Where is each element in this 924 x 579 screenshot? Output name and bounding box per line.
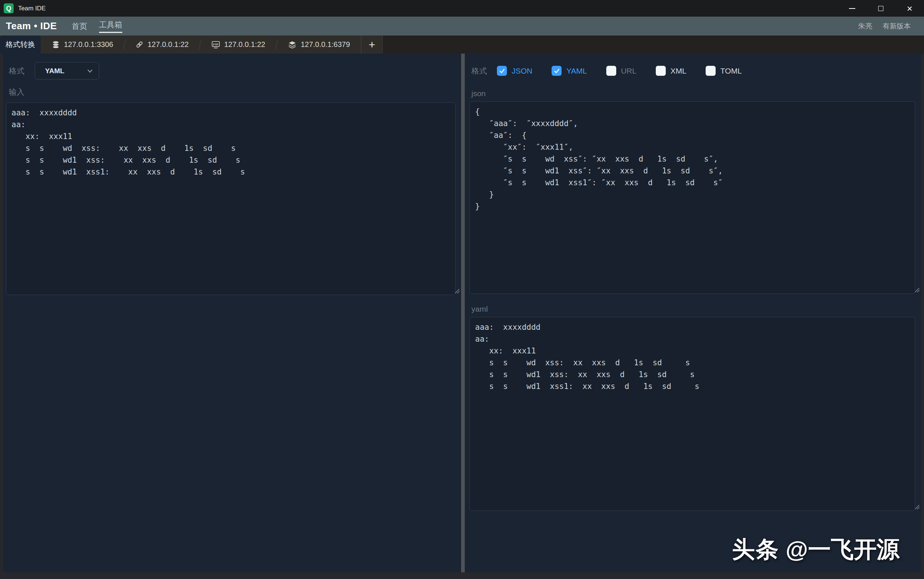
- input-label: 输入: [9, 87, 461, 97]
- ftp-monitor-icon: FTP: [211, 40, 220, 49]
- yaml-output-label: yaml: [471, 305, 921, 314]
- menu-item-toolbox[interactable]: 工具箱: [99, 16, 122, 36]
- tab-format-convert[interactable]: 格式转换: [0, 36, 41, 54]
- resize-grip[interactable]: [454, 288, 460, 294]
- close-icon: ×: [907, 4, 912, 13]
- checkbox-item-toml[interactable]: TOML: [706, 66, 742, 76]
- source-format-value: YAML: [45, 67, 64, 75]
- checkbox-unchecked-icon: [706, 66, 715, 76]
- watermark-brand: 头条: [732, 536, 779, 562]
- input-textarea[interactable]: aaa: xxxxdddd aa: xx: xxx11 s s wd xss: …: [6, 102, 456, 295]
- tab-ftp-connection[interactable]: FTP 127.0.0.1:22: [200, 36, 276, 54]
- add-tab-button[interactable]: +: [361, 36, 382, 54]
- tab-ssh-connection[interactable]: 127.0.0.1:22: [124, 36, 199, 54]
- resize-grip[interactable]: [914, 287, 920, 293]
- watermark-handle: @一飞开源: [779, 536, 900, 562]
- json-output-textarea[interactable]: { ″aaa″: ″xxxxdddd″, ″aa″: { ″xx″: ″xxx1…: [469, 101, 915, 294]
- pane-splitter[interactable]: [461, 54, 465, 572]
- format-options-row: JSON YAML URL: [497, 66, 742, 76]
- link-icon: [135, 41, 143, 48]
- resize-grip[interactable]: [914, 504, 920, 510]
- navbar: Team • IDE 首页 工具箱 朱亮 有新版本: [0, 16, 924, 36]
- new-version-link[interactable]: 有新版本: [883, 21, 911, 31]
- checkbox-item-json[interactable]: JSON: [497, 66, 532, 76]
- navbar-right: 朱亮 有新版本: [858, 21, 911, 31]
- checkbox-item-url[interactable]: URL: [606, 66, 637, 76]
- brand-title: Team • IDE: [6, 20, 57, 32]
- maximize-icon: [878, 6, 883, 11]
- chevron-down-icon: [87, 69, 93, 73]
- window-title: Team IDE: [18, 5, 46, 12]
- main-content: 格式 YAML 输入 aaa: xxxxdddd aa: xx: xxx11 s…: [0, 54, 924, 579]
- maximize-button[interactable]: [866, 0, 895, 16]
- source-format-label: 格式: [9, 66, 24, 76]
- output-pane: 格式 JSON YAML: [465, 54, 921, 572]
- target-format-label: 格式: [471, 66, 487, 76]
- checkbox-checked-icon: [497, 66, 507, 76]
- user-name[interactable]: 朱亮: [858, 21, 872, 31]
- checkbox-item-yaml[interactable]: YAML: [552, 66, 587, 76]
- yaml-output-textarea[interactable]: aaa: xxxxdddd aa: xx: xxx11 s s wd xss: …: [469, 317, 915, 511]
- content-panel: 格式 YAML 输入 aaa: xxxxdddd aa: xx: xxx11 s…: [3, 54, 921, 572]
- watermark: 头条 @一飞开源: [732, 534, 900, 565]
- minimize-icon: [849, 8, 855, 9]
- tabbar-empty-space: [382, 36, 924, 54]
- json-output-label: json: [471, 89, 921, 98]
- window-controls: ×: [838, 0, 924, 16]
- titlebar: Q Team IDE ×: [0, 0, 924, 16]
- tab-mysql-connection[interactable]: 127.0.0.1:3306: [41, 36, 124, 54]
- minimize-button[interactable]: [838, 0, 866, 16]
- main-menu: 首页 工具箱: [72, 16, 122, 36]
- database-icon: [52, 41, 60, 49]
- layers-icon: [288, 40, 297, 49]
- menu-item-home[interactable]: 首页: [72, 16, 87, 36]
- checkbox-item-xml[interactable]: XML: [656, 66, 686, 76]
- checkbox-unchecked-icon: [656, 66, 666, 76]
- svg-text:FTP: FTP: [213, 43, 218, 46]
- close-button[interactable]: ×: [895, 0, 924, 16]
- team-ide-window: Q Team IDE × Team • IDE 首页 工具箱 朱亮 有新版本 格…: [0, 0, 924, 579]
- checkbox-unchecked-icon: [606, 66, 616, 76]
- input-pane: 格式 YAML 输入 aaa: xxxxdddd aa: xx: xxx11 s…: [3, 54, 461, 572]
- app-logo-icon: Q: [4, 3, 14, 13]
- tab-redis-connection[interactable]: 127.0.0.1:6379: [277, 36, 361, 54]
- tabbar: 格式转换 127.0.0.1:3306: [0, 36, 924, 54]
- checkbox-checked-icon: [552, 66, 562, 76]
- source-format-select[interactable]: YAML: [35, 62, 99, 80]
